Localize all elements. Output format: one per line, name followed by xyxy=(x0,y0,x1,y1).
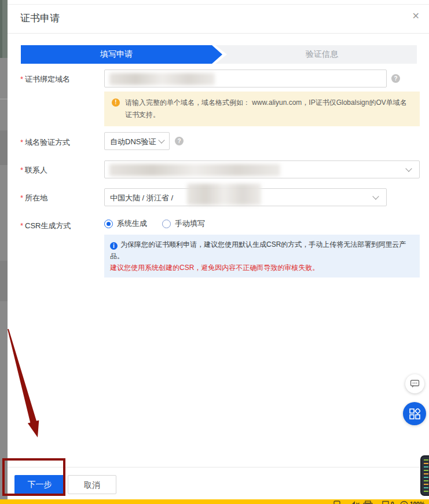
contact-label: *联系人 xyxy=(20,165,47,176)
radio-manual-label[interactable]: 手动填写 xyxy=(175,218,205,229)
toolbar-icons xyxy=(0,500,429,504)
apps-grid-button[interactable] xyxy=(403,402,426,425)
location-value: 中国大陆 / 浙江省 / xyxy=(110,193,173,203)
dns-method-select[interactable]: 自动DNS验证 xyxy=(104,132,170,150)
step-label: 填写申请 xyxy=(100,49,133,60)
screenshot-stage: 证书申请 ✕ 验证信息 填写申请 *证书绑定域名 ? ! 请输入完整的单个域名，… xyxy=(0,0,429,504)
required-mark: * xyxy=(20,138,23,147)
background-divider xyxy=(0,98,8,100)
required-mark: * xyxy=(20,75,23,83)
background-page-strip xyxy=(0,0,8,499)
step-label: 验证信息 xyxy=(306,49,338,60)
radio-manual-fill[interactable] xyxy=(162,220,171,228)
radio-system-generate[interactable] xyxy=(104,220,113,228)
dns-help-icon[interactable]: ? xyxy=(175,137,184,145)
feedback-chat-button[interactable] xyxy=(405,374,424,393)
bottom-toolbar: 0 100% xyxy=(0,499,429,504)
background-segment xyxy=(0,261,8,301)
info-icon: i xyxy=(110,242,118,250)
chevron-down-icon xyxy=(405,165,412,171)
domain-notice-text: 请输入完整的单个域名，域名格式例如： www.aliyun.com，IP证书仅G… xyxy=(125,98,407,119)
location-label: *所在地 xyxy=(20,193,47,203)
dns-method-label: *域名验证方式 xyxy=(20,137,70,148)
csr-radio-group: 系统生成 手动填写 xyxy=(104,218,205,229)
certificate-apply-dialog: 证书申请 ✕ 验证信息 填写申请 *证书绑定域名 ? ! 请输入完整的单个域名，… xyxy=(8,0,429,499)
domain-format-notice: ! 请输入完整的单个域名，域名格式例如： www.aliyun.com，IP证书… xyxy=(104,92,420,126)
cancel-button[interactable]: 取消 xyxy=(68,475,116,494)
required-mark: * xyxy=(20,166,23,174)
side-panel-peek[interactable] xyxy=(420,455,429,496)
location-value-redacted xyxy=(187,184,261,205)
background-segment-edge xyxy=(0,0,2,58)
background-segment xyxy=(0,0,8,58)
csr-method-label: *CSR生成方式 xyxy=(20,221,71,231)
device-icon xyxy=(334,501,340,504)
radio-system-label[interactable]: 系统生成 xyxy=(117,218,147,229)
step-fill-application: 填写申请 xyxy=(21,45,222,64)
background-segment xyxy=(0,130,8,165)
csr-notice-line2: 建议您使用系统创建的CSR，避免因内容不正确而导致的审核失败。 xyxy=(110,262,414,273)
csr-notice-line1: i为保障您的证书顺利申请，建议您使用默认生成CSR的方式，手动上传将无法部署到阿… xyxy=(110,239,414,262)
speaker-icon xyxy=(350,501,355,504)
dialog-top-border xyxy=(8,4,429,5)
side-panel-stripes xyxy=(424,459,428,492)
chevron-down-icon xyxy=(158,137,164,143)
dialog-title: 证书申请 xyxy=(20,12,60,25)
annotation-highlight-box xyxy=(2,458,65,496)
shield-count: 0 xyxy=(391,501,394,504)
apps-grid-icon xyxy=(409,408,420,419)
domain-value-redacted xyxy=(109,73,215,85)
warning-icon: ! xyxy=(112,98,120,107)
wizard-stepper: 验证信息 填写申请 xyxy=(21,45,417,64)
domain-help-icon[interactable]: ? xyxy=(391,74,400,83)
contact-select[interactable] xyxy=(104,160,420,178)
csr-notice: i为保障您的证书顺利申请，建议您使用默认生成CSR的方式，手动上传将无法部署到阿… xyxy=(104,235,420,277)
zoom-level: 100% xyxy=(410,501,425,504)
location-select[interactable]: 中国大陆 / 浙江省 / xyxy=(104,188,387,206)
footer-divider xyxy=(8,467,429,468)
domain-input[interactable] xyxy=(104,70,387,87)
header-divider xyxy=(8,33,429,34)
chevron-down-icon xyxy=(372,193,379,199)
toolbar-icons-row: 0 100% xyxy=(0,500,429,504)
dns-method-value: 自动DNS验证 xyxy=(110,137,156,147)
required-mark: * xyxy=(20,193,23,202)
domain-label: *证书绑定域名 xyxy=(20,74,70,85)
contact-value-redacted xyxy=(109,164,280,176)
shield-icon xyxy=(383,502,388,504)
chat-bubble-icon xyxy=(410,379,420,388)
close-icon[interactable]: ✕ xyxy=(412,12,420,21)
step-verify-info: 验证信息 xyxy=(227,45,417,64)
required-mark: * xyxy=(20,221,23,230)
